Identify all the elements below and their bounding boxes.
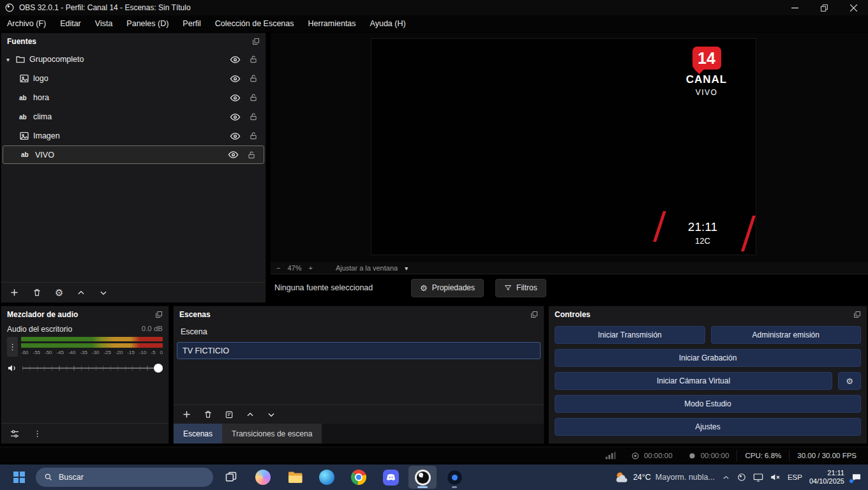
filters-button[interactable]: Filtros (495, 279, 546, 297)
copilot-app-icon[interactable] (249, 466, 277, 489)
notifications-icon[interactable] (851, 473, 862, 482)
menu-perfil[interactable]: Perfil (176, 15, 207, 32)
close-button[interactable] (839, 0, 868, 15)
visibility-eye-icon[interactable] (230, 93, 241, 103)
image-source-icon (19, 73, 33, 84)
display-tray-icon[interactable] (753, 473, 763, 482)
menu-vista[interactable]: Vista (88, 15, 120, 32)
lock-icon[interactable] (249, 55, 258, 64)
taskbar-clock[interactable]: 21:11 04/10/2025 (809, 469, 844, 486)
studio-mode-button[interactable]: Modo Estudio (555, 395, 861, 413)
mixer-menu-dots-icon[interactable]: ⋮ (33, 429, 41, 438)
remove-source-button[interactable] (33, 288, 41, 297)
overlay-time: 21:11 (688, 220, 717, 234)
zoom-in-button[interactable]: + (308, 264, 312, 272)
scene-tabs: Escenas Transiciones de escena (174, 424, 544, 443)
menu-editar[interactable]: Editar (53, 15, 88, 32)
preview-canvas[interactable]: 14 CANAL VIVO 21:11 12C (271, 33, 868, 262)
move-source-down-button[interactable] (99, 288, 108, 297)
start-virtual-camera-button[interactable]: Iniciar Cámara Virtual (555, 372, 832, 390)
move-scene-up-button[interactable] (246, 410, 255, 419)
scene-filters-button[interactable] (225, 410, 234, 419)
start-button[interactable] (6, 466, 32, 489)
add-source-button[interactable] (10, 288, 19, 297)
dark-app-icon[interactable] (440, 466, 468, 489)
source-row-vivo-selected[interactable]: ab VIVO (3, 145, 264, 164)
source-row-hora[interactable]: ab hora (1, 88, 266, 107)
properties-button[interactable]: ⚙ Propiedades (411, 279, 484, 297)
dock-float-icon[interactable] (853, 311, 861, 318)
zoom-out-button[interactable]: − (276, 264, 280, 272)
audio-mixer-dock: Mezclador de audio Audio del escritorio … (1, 306, 169, 444)
remove-scene-button[interactable] (204, 410, 213, 419)
visibility-eye-icon[interactable] (228, 149, 239, 160)
discord-app-icon[interactable] (377, 466, 405, 489)
advanced-audio-properties-icon[interactable] (10, 429, 20, 439)
expand-caret-icon[interactable]: ▾ (6, 56, 15, 63)
source-row-imagen[interactable]: Imagen (1, 126, 266, 145)
program-video[interactable]: 14 CANAL VIVO 21:11 12C (371, 38, 756, 255)
scenes-dock: Escenas Escena TV FICTICIO Escenas Trans… (173, 306, 544, 444)
volume-slider[interactable] (22, 364, 163, 373)
scene-label: Escena (181, 327, 207, 336)
move-source-up-button[interactable] (77, 288, 86, 297)
menu-archivo[interactable]: Archivo (F) (0, 15, 53, 32)
scene-row-tv-ficticio-selected[interactable]: TV FICTICIO (177, 342, 541, 359)
taskbar-search[interactable]: Buscar (36, 468, 213, 487)
speaker-icon[interactable] (7, 363, 17, 373)
start-recording-button[interactable]: Iniciar Grabación (555, 349, 861, 367)
menu-ayuda[interactable]: Ayuda (H) (363, 15, 413, 32)
visibility-eye-icon[interactable] (230, 131, 241, 142)
menu-coleccion-escenas[interactable]: Colección de Escenas (208, 15, 301, 32)
tray-chevron-icon[interactable] (722, 473, 730, 482)
source-properties-gear-icon[interactable]: ⚙ (55, 288, 63, 297)
visibility-eye-icon[interactable] (230, 54, 241, 65)
add-scene-button[interactable] (182, 410, 191, 419)
lock-icon[interactable] (247, 151, 256, 160)
source-label: hora (33, 93, 230, 102)
dock-float-icon[interactable] (530, 311, 538, 318)
menu-herramientas[interactable]: Herramientas (301, 15, 363, 32)
visibility-eye-icon[interactable] (230, 73, 241, 84)
visibility-eye-icon[interactable] (230, 112, 241, 122)
manage-broadcast-button[interactable]: Administrar emisión (711, 326, 862, 344)
start-streaming-button[interactable]: Iniciar Transmisión (555, 326, 705, 344)
settings-button[interactable]: Ajustes (555, 418, 861, 436)
obs-app-icon-active[interactable] (408, 466, 437, 489)
dropdown-caret-icon[interactable]: ▾ (405, 265, 414, 272)
tab-transiciones[interactable]: Transiciones de escena (222, 424, 322, 443)
fit-to-window-dropdown[interactable]: Ajustar a la ventana (336, 264, 398, 272)
lock-icon[interactable] (249, 131, 258, 140)
preview-zoom-bar: − 47% + Ajustar a la ventana ▾ (271, 262, 868, 274)
lock-icon[interactable] (249, 74, 258, 83)
edge-app-icon[interactable] (313, 466, 341, 489)
source-row-logo[interactable]: logo (1, 69, 266, 88)
dock-float-icon[interactable] (252, 38, 260, 45)
task-view-button[interactable] (217, 466, 245, 489)
zoom-level: 47% (287, 264, 301, 272)
move-scene-down-button[interactable] (267, 410, 276, 419)
file-explorer-app-icon[interactable] (281, 466, 309, 489)
taskbar-date: 04/10/2025 (809, 477, 844, 486)
language-indicator[interactable]: ESP (788, 473, 802, 481)
volume-muted-icon[interactable] (770, 473, 781, 482)
lock-icon[interactable] (249, 112, 258, 121)
dock-float-icon[interactable] (155, 311, 163, 318)
restore-button[interactable] (809, 0, 839, 15)
lock-icon[interactable] (249, 93, 258, 102)
obs-tray-icon[interactable] (737, 473, 746, 482)
weather-widget[interactable]: 24°C Mayorm. nubla... (615, 471, 715, 484)
search-icon (44, 473, 53, 482)
tab-escenas[interactable]: Escenas (174, 424, 222, 443)
source-row-clima[interactable]: ab clima (1, 107, 266, 126)
menu-paneles[interactable]: Paneles (D) (119, 15, 176, 32)
scene-row-escena[interactable]: Escena (174, 323, 544, 341)
scenes-toolbar (174, 405, 544, 424)
mixer-kebab-menu[interactable]: ⋮ (7, 337, 18, 357)
overlay-temperature: 12C (688, 236, 717, 246)
virtual-camera-settings-button[interactable]: ⚙ (838, 372, 861, 390)
source-row-group[interactable]: ▾ Grupocompleto (1, 50, 266, 69)
chrome-app-icon[interactable] (345, 466, 373, 489)
volume-slider-knob[interactable] (154, 364, 163, 373)
minimize-button[interactable] (780, 0, 809, 15)
